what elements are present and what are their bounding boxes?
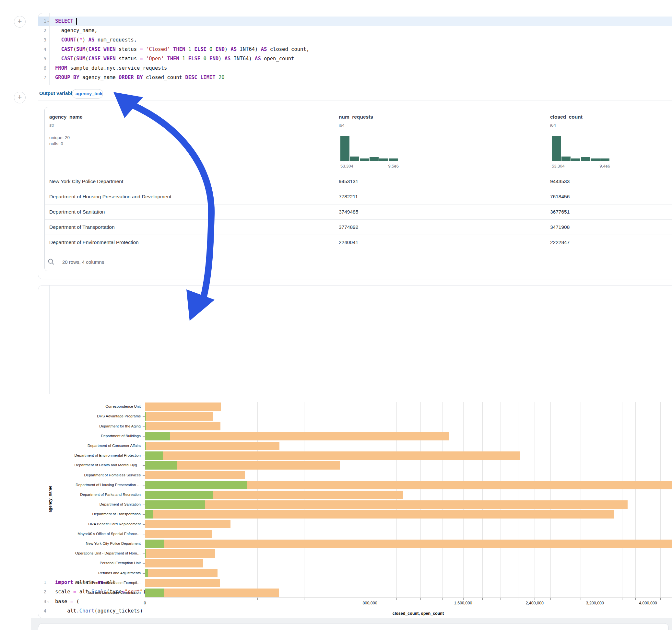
x-tick bbox=[595, 598, 595, 600]
text-cursor bbox=[76, 18, 77, 25]
table-cell[interactable]: New York City Police Department bbox=[49, 174, 123, 189]
code-token: status bbox=[116, 46, 140, 52]
table-cell[interactable]: 7782211 bbox=[339, 189, 358, 204]
table-cell[interactable]: 3677651 bbox=[550, 204, 570, 219]
histogram-bar bbox=[340, 136, 350, 161]
output-variable-pill[interactable]: agency_tickets bbox=[72, 89, 103, 98]
table-cell[interactable]: 3749485 bbox=[339, 204, 358, 219]
x-tick bbox=[145, 598, 145, 600]
python-editor[interactable]: 1import altair as alt2scale = alt.Scale(… bbox=[0, 285, 672, 394]
code-token: DESC bbox=[185, 75, 197, 80]
code-token bbox=[207, 46, 210, 52]
gridline bbox=[463, 402, 463, 598]
y-tick bbox=[143, 485, 145, 485]
y-tick-label: Correspondence Unit bbox=[34, 405, 141, 408]
code-token bbox=[170, 46, 173, 52]
code-token: CASE bbox=[89, 56, 100, 62]
gridline bbox=[534, 402, 535, 598]
row-separator bbox=[45, 235, 672, 235]
table-cell[interactable]: Department of Transportation bbox=[49, 219, 115, 235]
code-token: AS bbox=[225, 56, 231, 62]
bar-closed bbox=[145, 530, 212, 538]
code-token bbox=[73, 18, 76, 24]
code-token: CAST bbox=[61, 46, 73, 52]
table-cell[interactable]: 9453131 bbox=[339, 174, 358, 189]
column-type: str bbox=[49, 123, 54, 128]
y-tick-label: Department of Buildings bbox=[34, 434, 141, 438]
y-tick-label: Senior Citizen Rent Increase Exempti… bbox=[34, 581, 141, 585]
column-header-agency_name[interactable]: agency_name bbox=[49, 114, 83, 120]
table-cell[interactable]: 9443533 bbox=[550, 174, 570, 189]
x-axis-title: closed_count, open_count bbox=[376, 611, 460, 616]
code-line: base = ( bbox=[55, 597, 79, 606]
bar-open bbox=[145, 500, 205, 509]
histogram-bar bbox=[369, 157, 379, 161]
x-tick-label: 0 bbox=[125, 601, 164, 605]
code-token: END bbox=[210, 56, 218, 62]
column-header-num_requests[interactable]: num_requests bbox=[339, 114, 373, 120]
bar-closed bbox=[145, 471, 245, 479]
code-token: AS bbox=[231, 46, 237, 52]
bar-closed bbox=[145, 510, 614, 518]
y-tick bbox=[143, 416, 145, 417]
bar-open bbox=[145, 432, 170, 440]
table-row-count: 20 rows, 4 columns bbox=[62, 259, 104, 265]
code-token: .Chart bbox=[76, 608, 94, 614]
table-cell[interactable]: 7618456 bbox=[550, 189, 570, 204]
code-token: 20 bbox=[218, 75, 225, 80]
add-cell-button[interactable]: + bbox=[14, 92, 26, 103]
line-number: 3 bbox=[35, 597, 46, 606]
y-tick bbox=[143, 563, 145, 563]
y-tick-label: Taxi and Limousine Commission bbox=[34, 590, 141, 595]
code-token: 1 bbox=[188, 46, 191, 52]
y-tick-label: Department of Homeless Services bbox=[34, 473, 141, 477]
x-tick-label: 800,000 bbox=[351, 601, 389, 605]
code-token: agency_name, bbox=[55, 28, 98, 33]
y-tick bbox=[143, 505, 145, 505]
histogram-bar bbox=[561, 156, 571, 161]
gridline bbox=[257, 402, 258, 598]
line-number: 5 bbox=[35, 54, 46, 64]
code-token bbox=[179, 56, 182, 62]
table-cell[interactable]: 2240041 bbox=[339, 235, 358, 250]
column-header-closed_count[interactable]: closed_count bbox=[550, 114, 582, 120]
selected-line-highlight bbox=[50, 17, 672, 26]
y-tick-label: HRA Benefit Card Replacement bbox=[34, 522, 141, 526]
table-cell[interactable]: 3774892 bbox=[339, 219, 358, 235]
code-token: = bbox=[140, 56, 143, 62]
code-token: num_requests, bbox=[94, 37, 137, 43]
code-token: ( bbox=[76, 37, 79, 43]
table-cell[interactable]: Department of Sanitation bbox=[49, 204, 105, 219]
code-token: 0 bbox=[210, 46, 212, 52]
bar-open bbox=[145, 588, 164, 597]
y-tick bbox=[143, 554, 145, 554]
gridline bbox=[660, 402, 661, 598]
table-cell[interactable]: 2222847 bbox=[550, 235, 570, 250]
search-icon[interactable] bbox=[48, 258, 55, 265]
table-cell[interactable]: Department of Housing Preservation and D… bbox=[49, 189, 171, 204]
code-token: 0 bbox=[203, 56, 206, 62]
row-separator bbox=[45, 250, 672, 250]
x-tick-label: 4,000,000 bbox=[628, 601, 668, 605]
histogram-max-label: 9.5e6 bbox=[376, 164, 399, 169]
table-cell[interactable]: Department of Environmental Protection bbox=[49, 235, 139, 250]
gridline bbox=[421, 402, 421, 598]
y-tick bbox=[143, 456, 145, 456]
table-cell[interactable]: 3471908 bbox=[550, 219, 570, 235]
sql-editor[interactable]: 1⌄SELECT 2 agency_name,3 COUNT(*) AS num… bbox=[0, 0, 672, 85]
fold-chevron-icon[interactable]: ⌄ bbox=[47, 599, 50, 603]
y-tick bbox=[143, 544, 145, 544]
code-line: agency_name, bbox=[55, 26, 98, 35]
x-tick-label: 1,600,000 bbox=[444, 601, 483, 605]
code-line: GROUP BY agency_name ORDER BY closed_cou… bbox=[55, 73, 225, 82]
code-token: ) bbox=[82, 37, 89, 43]
x-tick bbox=[622, 598, 622, 600]
next-cell-card[interactable] bbox=[38, 623, 669, 630]
y-tick-label: Department of Transportation bbox=[34, 512, 141, 516]
code-token: sample_data.nyc.service_requests bbox=[67, 65, 167, 71]
x-tick bbox=[609, 598, 609, 600]
histogram-bar bbox=[600, 159, 609, 161]
x-axis-line bbox=[145, 598, 672, 598]
x-tick bbox=[370, 598, 370, 600]
gridline bbox=[595, 402, 595, 598]
